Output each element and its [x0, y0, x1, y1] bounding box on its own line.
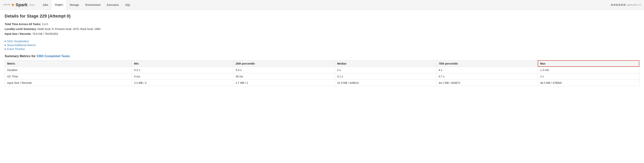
nav-item-stages[interactable]: Stages — [51, 0, 66, 10]
cell-max: 2 s — [538, 73, 639, 80]
page-title: Details for Stage 229 (Attempt 0) — [5, 14, 639, 19]
nav-icon-4 — [618, 4, 620, 6]
nav-right-icons — [611, 4, 626, 6]
header-row: Metric Min 25th percentile Median 75th p… — [5, 60, 639, 67]
cell-75th: 4 s — [436, 67, 538, 73]
spark-text: Spark — [16, 2, 28, 8]
spark-logo: APACHE ★ Spark — [3, 2, 28, 8]
cell-25th: 39 ms — [233, 73, 335, 80]
summary-prefix: Summary Metrics for — [5, 54, 36, 58]
completed-count: 3360 — [36, 54, 44, 58]
table-body: Duration 0.2 s 0.4 s 2 s 4 s 1.3 min GC … — [5, 67, 639, 86]
nav-icon-2 — [614, 4, 616, 6]
locality-row: Locality Level Summary: Node local: 5; P… — [5, 27, 639, 32]
th-25th: 25th percentile — [233, 60, 335, 67]
th-metric: Metric — [5, 60, 132, 67]
completed-tasks-link[interactable]: 3360 Completed Tasks — [36, 54, 70, 58]
nav-item-executors[interactable]: Executors — [104, 0, 122, 10]
input-row: Input Size / Records: 76.8 GB / 76245165… — [5, 32, 639, 36]
cell-25th: 0.4 s — [233, 67, 335, 73]
cell-min: 2.3 MB / 2 — [132, 80, 233, 86]
version-badge: 2.1.1 — [30, 4, 35, 6]
dag-link-label: DAG Visualization — [7, 40, 29, 43]
metrics-table: Metric Min 25th percentile Median 75th p… — [5, 60, 639, 86]
table-row: Duration 0.2 s 0.4 s 2 s 4 s 1.3 min — [5, 67, 639, 73]
dag-visualization-link[interactable]: ▶ DAG Visualization — [5, 40, 639, 43]
nav-item-storage[interactable]: Storage — [66, 0, 82, 10]
apache-label: APACHE — [3, 4, 10, 6]
navbar: APACHE ★ Spark 2.1.1 Jobs Stages Storage… — [0, 0, 644, 10]
cell-min: 0 ms — [132, 73, 233, 80]
total-time-val: 2.4 h — [42, 22, 48, 26]
locality-label: Locality Level Summary: — [5, 28, 37, 30]
cell-max: 46.3 MB / 478900 — [538, 80, 639, 86]
timeline-arrow-icon: ▶ — [5, 48, 6, 50]
dag-arrow-icon: ▶ — [5, 40, 6, 42]
table-header: Metric Min 25th percentile Median 75th p… — [5, 60, 639, 67]
input-label: Input Size / Records: — [5, 32, 32, 36]
metrics-link-label: Show Additional Metrics — [7, 44, 36, 47]
cell-metric: Input Size / Records — [5, 80, 132, 86]
brand: APACHE ★ Spark 2.1.1 — [3, 2, 35, 8]
cell-min: 0.2 s — [132, 67, 233, 73]
cell-75th: 44.1 MB / 453872 — [436, 80, 538, 86]
nav-items: Jobs Stages Storage Environment Executor… — [39, 0, 134, 10]
locality-val: Node local: 5; Process local: 1675; Rack… — [38, 28, 100, 30]
event-timeline-link[interactable]: ▶ Event Timeline — [5, 48, 639, 50]
nav-right: application UI — [611, 4, 641, 6]
input-val: 76.8 GB / 762451651 — [32, 32, 58, 36]
table-row: GC Time 0 ms 39 ms 0.1 s 0.7 s 2 s — [5, 73, 639, 80]
cell-75th: 0.7 s — [436, 73, 538, 80]
cell-median: 41.9 MB / 428614 — [335, 80, 436, 86]
nav-item-sql[interactable]: SQL — [122, 0, 134, 10]
summary-heading: Summary Metrics for 3360 Completed Tasks — [5, 54, 639, 58]
nav-icon-1 — [611, 4, 613, 6]
table-row: Input Size / Records 2.3 MB / 2 2.7 MB /… — [5, 80, 639, 86]
spark-star-icon: ★ — [11, 2, 15, 8]
th-median: Median — [335, 60, 436, 67]
nav-icon-3 — [616, 4, 618, 6]
nav-icon-6 — [624, 4, 626, 6]
main-content: Details for Stage 229 (Attempt 0) Total … — [0, 10, 644, 90]
cell-25th: 2.7 MB / 2 — [233, 80, 335, 86]
cell-metric: GC Time — [5, 73, 132, 80]
th-75th: 75th percentile — [436, 60, 538, 67]
th-min: Min — [132, 60, 233, 67]
completed-suffix: Completed Tasks — [44, 54, 70, 58]
show-additional-metrics-link[interactable]: ▶ Show Additional Metrics — [5, 44, 639, 47]
cell-metric: Duration — [5, 67, 132, 73]
nav-item-environment[interactable]: Environment — [82, 0, 104, 10]
stage-info: Total Time Across All Tasks: 2.4 h Local… — [5, 22, 639, 36]
nav-item-jobs[interactable]: Jobs — [39, 0, 51, 10]
cell-max: 1.3 min — [538, 67, 639, 73]
nav-icon-5 — [621, 4, 623, 6]
nav-right-label: application UI — [627, 4, 641, 6]
th-max: Max — [538, 60, 639, 67]
links-section: ▶ DAG Visualization ▶ Show Additional Me… — [5, 40, 639, 50]
metrics-arrow-icon: ▶ — [5, 44, 6, 46]
cell-median: 0.1 s — [335, 73, 436, 80]
cell-median: 2 s — [335, 67, 436, 73]
total-time-label: Total Time Across All Tasks: — [5, 22, 41, 26]
total-time-row: Total Time Across All Tasks: 2.4 h — [5, 22, 639, 27]
timeline-link-label: Event Timeline — [7, 48, 25, 50]
